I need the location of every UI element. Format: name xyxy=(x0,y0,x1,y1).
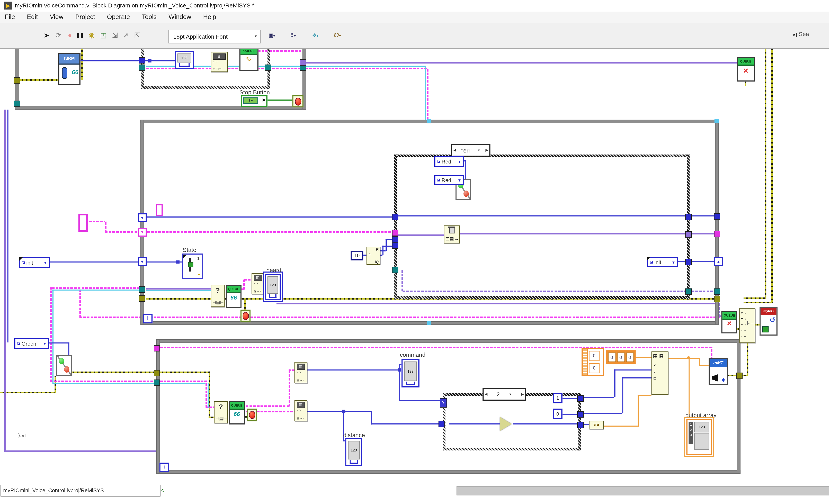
enum-constant-red[interactable]: ◪ Red ▼ xyxy=(434,156,464,167)
chevron-down-icon[interactable]: ▾ xyxy=(255,30,257,43)
absolute-value-node[interactable] xyxy=(500,417,512,431)
pause-button[interactable]: ❚❚ xyxy=(75,30,85,41)
tunnel[interactable] xyxy=(714,213,720,220)
menu-tools[interactable]: Tools xyxy=(137,11,161,22)
tunnel[interactable] xyxy=(685,259,692,265)
tunnel[interactable] xyxy=(392,242,398,249)
collapse-arrow-icon[interactable]: ▸| xyxy=(793,32,797,37)
retain-wire-values-button[interactable]: ◳ xyxy=(98,30,109,41)
release-queue-node[interactable]: QUEUE ✕ xyxy=(737,57,755,82)
run-button[interactable]: ➤ xyxy=(41,30,52,41)
step-out-button[interactable]: ⇱ xyxy=(132,30,142,41)
chevron-down-icon[interactable]: ▼ xyxy=(477,149,480,152)
tunnel[interactable] xyxy=(154,370,160,376)
numeric-constant-0[interactable]: 0 xyxy=(553,409,563,419)
enum-constant-red[interactable]: ◪ Red ▼ xyxy=(434,175,464,185)
enqueue-element-node[interactable]: QUEUE ✎ xyxy=(239,47,258,71)
tunnel[interactable] xyxy=(14,77,20,83)
horizontal-scrollbar-thumb[interactable] xyxy=(457,487,829,495)
menu-window[interactable]: Window xyxy=(164,11,196,22)
myrio-reset-node[interactable]: myRIO ↺ xyxy=(760,307,778,336)
array-element[interactable]: 0 xyxy=(626,352,634,362)
while-loop-border[interactable] xyxy=(156,339,160,474)
chevron-down-icon[interactable]: ▼ xyxy=(458,160,461,163)
dequeue-element-node[interactable]: QUEUE 66 xyxy=(226,285,242,308)
tunnel[interactable] xyxy=(139,57,145,64)
tunnel[interactable] xyxy=(392,236,398,242)
numeric-terminal[interactable]: 123 xyxy=(175,51,194,69)
loop-iteration-terminal[interactable]: i xyxy=(159,463,169,472)
enum-constant-init[interactable]: ◪ init ▼ xyxy=(19,257,50,268)
enum-constant-init[interactable]: ◪ init ▼ xyxy=(647,257,678,267)
output-array-indicator[interactable]: 123 123 xyxy=(686,419,712,455)
led-indicator-subvi[interactable] xyxy=(56,355,72,376)
menu-file[interactable]: File xyxy=(0,11,20,22)
case-prev-arrow-icon[interactable]: ◀ xyxy=(485,392,488,396)
alignment-handle[interactable] xyxy=(427,321,431,325)
array-element[interactable]: 0 xyxy=(589,351,600,361)
chevron-down-icon[interactable]: ▼ xyxy=(43,342,47,345)
chevron-down-icon[interactable]: ▼ xyxy=(458,178,461,182)
array-element[interactable]: 0 xyxy=(608,352,616,362)
array-element[interactable]: 0 xyxy=(617,352,625,362)
tunnel[interactable] xyxy=(154,380,160,386)
project-context-tab[interactable]: myRIOmini_Voice_Control.lvproj/ReMiSYS xyxy=(1,485,160,496)
case-structure-border[interactable] xyxy=(394,297,690,299)
tunnel[interactable] xyxy=(577,411,584,418)
string-constant-empty[interactable] xyxy=(78,214,88,232)
case-next-arrow-icon[interactable]: ▶ xyxy=(485,148,489,153)
tunnel[interactable] xyxy=(714,288,720,295)
tunnel[interactable] xyxy=(139,296,145,302)
font-selector[interactable]: 15pt Application Font ▾ xyxy=(169,30,261,43)
tunnel[interactable] xyxy=(714,296,720,302)
case-structure-border[interactable] xyxy=(687,154,690,299)
alignment-handle[interactable] xyxy=(714,119,719,123)
menu-view[interactable]: View xyxy=(45,11,68,22)
heard-indicator[interactable]: 123 xyxy=(265,274,281,300)
case-structure-border[interactable] xyxy=(394,154,397,299)
menu-project[interactable]: Project xyxy=(71,11,100,22)
chevron-down-icon[interactable]: ▼ xyxy=(672,260,675,264)
tunnel[interactable] xyxy=(439,421,445,427)
tunnel[interactable] xyxy=(139,286,145,293)
index-array-node[interactable]: ▦ ◦′ ‵◦ ◎→▪ xyxy=(252,273,264,294)
shift-register-right[interactable]: ▲ xyxy=(714,257,723,266)
loop-iteration-terminal[interactable]: i xyxy=(143,314,153,323)
while-loop-border[interactable] xyxy=(140,120,144,325)
tunnel[interactable] xyxy=(736,373,743,379)
replace-array-subset-node[interactable]: ▦·▦ ▪′▪′□ xyxy=(651,351,668,395)
highlight-execution-button[interactable]: ◉ xyxy=(86,30,97,41)
index-array-node[interactable]: ▦ ◦′ ‵◦ ◎→▪ xyxy=(294,362,307,383)
tunnel[interactable] xyxy=(392,214,398,220)
tunnel[interactable] xyxy=(577,395,584,402)
case-structure-border[interactable] xyxy=(443,448,581,451)
distribute-objects-dropdown[interactable]: ⠿▾ xyxy=(285,30,301,41)
search-box[interactable]: ▸| Sea xyxy=(793,31,809,37)
mmt-motor-subvi[interactable]: mMT ¢ xyxy=(709,358,728,385)
shift-register-left[interactable]: ▼ xyxy=(138,213,147,222)
array-index-strip[interactable]: 123 xyxy=(689,422,693,444)
case-structure-border[interactable] xyxy=(141,86,270,89)
array-index-strip[interactable] xyxy=(583,349,588,375)
tunnel[interactable] xyxy=(392,267,398,273)
numeric-constant-1[interactable]: 1 xyxy=(553,393,563,403)
tunnel[interactable] xyxy=(300,59,306,66)
case-selector[interactable]: ◀ 2 ▼ ▶ xyxy=(482,388,526,401)
run-continuous-button[interactable]: ⟳ xyxy=(53,30,64,41)
menu-edit[interactable]: Edit xyxy=(22,11,43,22)
stop-function-node[interactable] xyxy=(247,409,257,421)
numeric-constant-10[interactable]: 10 xyxy=(351,251,363,261)
while-loop-border[interactable] xyxy=(737,339,741,474)
reorder-objects-dropdown[interactable]: 🗘▾ xyxy=(329,30,345,41)
stop-function-node[interactable] xyxy=(241,310,251,322)
merge-errors-node[interactable]: ⌐→⌐→⌐→⌐→⌐→ ⌐→ xyxy=(740,308,755,343)
menu-operate[interactable]: Operate xyxy=(102,11,135,22)
tunnel[interactable] xyxy=(154,345,160,351)
abort-button[interactable]: ● xyxy=(65,30,75,41)
tunnel[interactable] xyxy=(265,65,271,71)
shift-register-left[interactable]: ▼ xyxy=(138,257,147,266)
tunnel[interactable] xyxy=(714,231,720,237)
history-back-arrow[interactable]: < xyxy=(160,487,164,493)
quotient-remainder-node[interactable]: ÷ R IQ xyxy=(366,246,380,265)
array-to-cluster-node[interactable]: ▦ ◦ ↦ ⊢▤⊣ xyxy=(211,52,228,72)
